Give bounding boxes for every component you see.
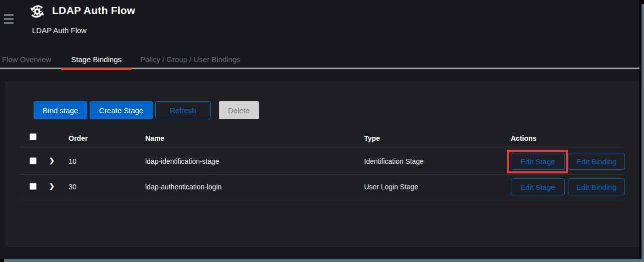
divider [20,200,624,200]
delete-button[interactable]: Delete [219,101,259,119]
edit-binding-button[interactable]: Edit Binding [568,153,625,170]
app-window: LDAP Auth Flow LDAP Auth Flow Flow Overv… [0,0,644,262]
column-header-type: Type [364,134,380,142]
column-header-name: Name [145,134,164,142]
window-edge [4,259,644,262]
tab-flow-overview[interactable]: Flow Overview [2,50,51,69]
cell-name: ldap-identification-stage [145,157,219,165]
row-checkbox[interactable] [30,157,37,164]
edit-stage-button[interactable]: Edit Stage [511,153,565,170]
tab-policy-group-user-bindings[interactable]: Policy / Group / User Bindings [140,50,240,69]
chevron-right-icon[interactable]: ❯ [49,157,55,164]
column-header-actions: Actions [511,134,536,142]
create-stage-button[interactable]: Create Stage [90,101,153,119]
window-edge [641,4,644,262]
cell-type: User Login Stage [364,183,418,191]
row-checkbox[interactable] [30,183,37,190]
page-title: LDAP Auth Flow [52,5,135,17]
bind-stage-button[interactable]: Bind stage [34,101,87,119]
refresh-button[interactable]: Refresh [155,101,211,119]
cell-name: ldap-authentication-login [145,183,222,191]
divider [20,174,624,175]
column-header-order: Order [69,134,88,142]
tab-bar: Flow Overview Stage Bindings Policy / Gr… [0,50,639,69]
edit-stage-button[interactable]: Edit Stage [511,178,565,195]
cell-order: 30 [69,183,77,191]
page-subtitle: LDAP Auth Flow [32,26,87,35]
chevron-right-icon[interactable]: ❯ [49,182,55,190]
tab-stage-bindings[interactable]: Stage Bindings [61,50,132,69]
divider [20,147,624,147]
process-automation-icon [29,4,47,22]
select-all-checkbox[interactable] [30,133,37,140]
cell-order: 10 [69,157,77,165]
edit-binding-button[interactable]: Edit Binding [568,178,625,195]
page: LDAP Auth Flow LDAP Auth Flow Flow Overv… [0,0,639,259]
hamburger-icon[interactable] [4,14,14,26]
cell-type: Identification Stage [364,157,424,165]
